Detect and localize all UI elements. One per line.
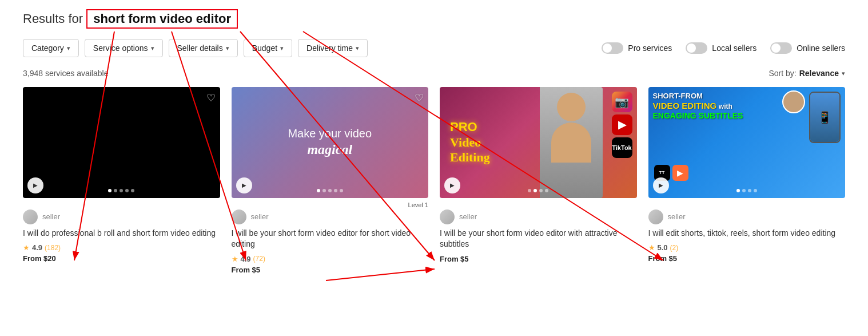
toggles-group: Pro services Local sellers Online seller… [602,42,845,54]
price-3: From $5 [440,255,469,263]
card-title-2[interactable]: I will be your short form video editor f… [232,228,429,250]
rating-row-2: ★ 4.9 (72) [232,255,429,263]
star-icon-2: ★ [232,255,238,263]
avatar-4 [648,209,663,224]
play-button-2[interactable]: ▶ [236,177,252,193]
card-thumbnail-3: ♡ PROVideoEditing 📷 ▶ TikTok ▶ [440,87,637,198]
star-icon-4: ★ [648,243,655,252]
price-2: From $5 [232,266,261,274]
search-query: short form video editor [86,9,238,29]
card-title-3[interactable]: I will be your short form video editor w… [440,228,637,250]
price-row-4: From $5 [648,254,846,263]
service-card-1[interactable]: ♡ ▶ seller I will do professional b roll… [23,87,220,274]
thumb-shorts-title: SHORT-FROM VIDEO EDITING with ENGAGING S… [653,92,743,120]
level-badge-3 [440,201,637,208]
tiktok-icon: TikTok [612,137,632,158]
seller-name-4: seller [668,212,686,221]
service-card-4[interactable]: ♡ SHORT-FROM VIDEO EDITING with ENGAGING… [648,87,846,274]
play-button-4[interactable]: ▶ [653,177,669,193]
level-badge-1 [23,201,220,208]
services-bar: 3,948 services available Sort by: Releva… [23,69,845,78]
rating-num-4: 5.0 [658,243,668,252]
category-filter[interactable]: Category ▾ [23,39,79,57]
sort-value[interactable]: Relevance [799,69,839,78]
chevron-down-icon: ▾ [356,45,359,52]
results-header: Results for short form video editor [23,9,845,29]
chevron-down-icon: ▾ [280,45,284,52]
rating-count-2: (72) [253,255,265,263]
delivery-time-filter[interactable]: Delivery time ▾ [298,39,368,57]
filters-bar: Category ▾ Service options ▾ Seller deta… [23,39,845,57]
price-1: From $20 [23,254,56,263]
seller-name-3: seller [459,212,477,221]
cards-grid: ♡ ▶ seller I will do professional b roll… [23,87,845,274]
thumb-magic-text: Make your video magical [288,126,372,159]
results-prefix: Results for [23,11,83,26]
level-badge-4 [648,201,846,208]
local-sellers-toggle[interactable]: Local sellers [686,42,756,54]
rating-count-4: (2) [670,244,679,252]
favorite-button-2[interactable]: ♡ [415,92,424,104]
play-button-1[interactable]: ▶ [27,177,43,193]
avatar-1 [23,209,38,224]
toggle-switch-pro[interactable] [602,42,623,54]
services-count: 3,948 services available [23,69,108,78]
rating-num-2: 4.9 [241,255,251,263]
service-card-3[interactable]: ♡ PROVideoEditing 📷 ▶ TikTok ▶ [440,87,637,274]
card-thumbnail-1: ♡ ▶ [23,87,220,198]
seller-row-2: seller [232,209,429,224]
price-4: From $5 [648,254,678,263]
card-title-1[interactable]: I will do professional b roll and short … [23,228,220,239]
avatar-3 [440,209,455,224]
level-badge-2: Level 1 [232,201,429,208]
pro-services-toggle[interactable]: Pro services [602,42,672,54]
online-sellers-toggle[interactable]: Online sellers [770,42,845,54]
card-title-4[interactable]: I will edit shorts, tiktok, reels, short… [648,228,846,239]
chevron-down-icon: ▾ [151,45,154,52]
rating-count-1: (182) [45,244,61,252]
seller-row-1: seller [23,209,220,224]
rating-row-4: ★ 5.0 (2) [648,243,846,252]
card-thumbnail-4: ♡ SHORT-FROM VIDEO EDITING with ENGAGING… [648,87,846,198]
play-button-3[interactable]: ▶ [444,177,460,193]
service-card-2[interactable]: ♡ Make your video magical ▶ Level 1 [232,87,429,274]
thumb-pro-icons: 📷 ▶ TikTok [612,92,632,158]
price-row-3: From $5 [440,255,637,263]
seller-row-4: seller [648,209,846,224]
star-icon-1: ★ [23,243,30,252]
chevron-down-icon: ▾ [67,45,70,52]
chevron-down-icon: ▾ [842,70,845,77]
seller-details-filter[interactable]: Seller details ▾ [169,39,238,57]
thumb-pro-text: PROVideoEditing [450,120,490,165]
instagram-icon: 📷 [612,92,632,112]
toggle-switch-online[interactable] [770,42,792,54]
sort-by: Sort by: Relevance ▾ [769,69,845,78]
price-row-1: From $20 [23,254,220,263]
budget-filter[interactable]: Budget ▾ [244,39,292,57]
rating-row-1: ★ 4.9 (182) [23,243,220,252]
price-row-2: From $5 [232,266,429,274]
toggle-switch-local[interactable] [686,42,707,54]
service-options-filter[interactable]: Service options ▾ [85,39,163,57]
youtube-icon: ▶ [612,114,632,135]
rating-num-1: 4.9 [32,243,42,252]
seller-row-3: seller [440,209,637,224]
seller-name-1: seller [42,212,60,221]
favorite-button-1[interactable]: ♡ [206,92,216,104]
seller-name-2: seller [251,212,269,221]
chevron-down-icon: ▾ [226,45,229,52]
avatar-2 [232,209,246,224]
card-thumbnail-2: ♡ Make your video magical ▶ [232,87,429,198]
